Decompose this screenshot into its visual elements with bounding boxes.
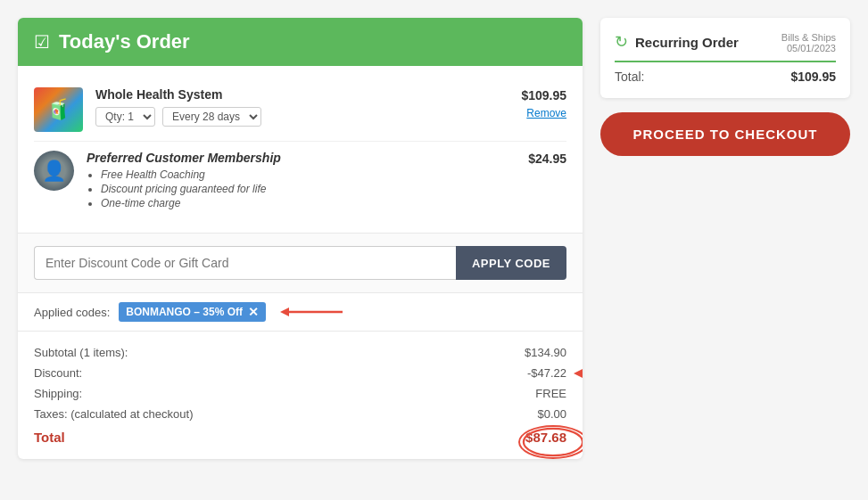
shipping-row: Shipping: FREE — [34, 383, 566, 404]
recurring-icon: ↻ — [615, 32, 628, 52]
discount-row: APPLY CODE — [34, 246, 566, 280]
taxes-row: Taxes: (calculated at checkout) $0.00 — [34, 404, 566, 424]
product-name: Whole Health System — [95, 87, 492, 102]
item-details-product: Whole Health System Qty: 1 Qty: 2 Qty: 3… — [95, 87, 492, 127]
recurring-title: Recurring Order — [635, 35, 739, 50]
applied-codes-row: Applied codes: BONMANGO – 35% Off ✕ — [18, 293, 583, 332]
shipping-value: FREE — [535, 387, 566, 400]
checkout-button[interactable]: PROCEED TO CHECKOUT — [600, 112, 850, 156]
item-price-col-product: $109.95 Remove — [504, 87, 566, 119]
total-final-row: Total $87.68 — [34, 424, 566, 448]
total-value: $87.68 — [525, 430, 566, 445]
remove-link[interactable]: Remove — [504, 107, 566, 119]
membership-name: Preferred Customer Membership — [87, 151, 492, 165]
recurring-total-label: Total: — [615, 70, 644, 84]
applied-codes-label: Applied codes: — [34, 306, 110, 319]
subtotal-row: Subtotal (1 items): $134.90 — [34, 342, 566, 363]
discount-row-total: Discount: -$47.22 — [34, 363, 566, 383]
arrow-annotation-discount — [574, 365, 583, 382]
svg-marker-3 — [574, 369, 583, 378]
recurring-card: ↻ Recurring Order Bills & Ships 05/01/20… — [600, 18, 850, 98]
product-price: $109.95 — [521, 88, 566, 102]
totals-section: Subtotal (1 items): $134.90 Discount: -$… — [18, 332, 583, 459]
discount-input[interactable] — [34, 246, 456, 280]
taxes-value: $0.00 — [537, 407, 566, 421]
product-image: 🧃 — [34, 87, 83, 132]
shipping-label: Shipping: — [34, 387, 82, 400]
bullet-3: One-time charge — [101, 197, 492, 209]
membership-avatar: 👤 — [34, 151, 74, 191]
recurring-divider — [615, 61, 836, 62]
code-badge: BONMANGO – 35% Off ✕ — [119, 302, 266, 322]
order-items: 🧃 Whole Health System Qty: 1 Qty: 2 Qty:… — [18, 66, 583, 234]
code-badge-remove[interactable]: ✕ — [248, 306, 259, 318]
subtotal-value: $134.90 — [525, 346, 566, 359]
bills-ships-label: Bills & Ships — [781, 32, 836, 43]
order-item-product: 🧃 Whole Health System Qty: 1 Qty: 2 Qty:… — [34, 78, 566, 142]
total-value-wrap: $87.68 — [525, 430, 566, 445]
recurring-total-row: Total: $109.95 — [615, 70, 836, 84]
bills-ships-date: 05/01/2023 — [781, 43, 836, 53]
item-controls: Qty: 1 Qty: 2 Qty: 3 Every 28 days Every… — [95, 107, 492, 127]
subtotal-label: Subtotal (1 items): — [34, 346, 128, 359]
recurring-right: Bills & Ships 05/01/2023 — [781, 32, 836, 53]
taxes-label: Taxes: (calculated at checkout) — [34, 407, 193, 421]
qty-select[interactable]: Qty: 1 Qty: 2 Qty: 3 — [95, 107, 155, 127]
checkbox-icon: ☑ — [34, 31, 50, 53]
code-badge-text: BONMANGO – 35% Off — [126, 306, 243, 318]
right-panel: ↻ Recurring Order Bills & Ships 05/01/20… — [600, 18, 850, 459]
bullet-2: Discount pricing guaranteed for life — [101, 183, 492, 195]
recurring-total-value: $109.95 — [790, 70, 836, 84]
apply-code-button[interactable]: APPLY CODE — [456, 246, 566, 280]
membership-price: $24.95 — [528, 152, 566, 166]
recurring-header: ↻ Recurring Order Bills & Ships 05/01/20… — [615, 32, 836, 53]
frequency-select[interactable]: Every 28 days Every 14 days Every 56 day… — [162, 107, 261, 127]
svg-marker-1 — [280, 307, 289, 316]
panel-title: Today's Order — [59, 30, 190, 53]
item-details-membership: Preferred Customer Membership Free Healt… — [87, 151, 492, 211]
discount-label: Discount: — [34, 366, 82, 380]
left-panel: ☑ Today's Order 🧃 Whole Health System Qt… — [18, 18, 583, 459]
discount-section: APPLY CODE — [18, 234, 583, 293]
panel-header: ☑ Today's Order — [18, 18, 583, 66]
total-label: Total — [34, 430, 65, 445]
discount-value: -$47.22 — [527, 366, 566, 380]
arrow-annotation-codes — [280, 303, 351, 321]
bullet-1: Free Health Coaching — [101, 168, 492, 181]
membership-bullets: Free Health Coaching Discount pricing gu… — [87, 168, 492, 209]
order-item-membership: 👤 Preferred Customer Membership Free Hea… — [34, 142, 566, 220]
item-price-col-membership: $24.95 — [504, 151, 566, 167]
recurring-left: ↻ Recurring Order — [615, 32, 739, 52]
